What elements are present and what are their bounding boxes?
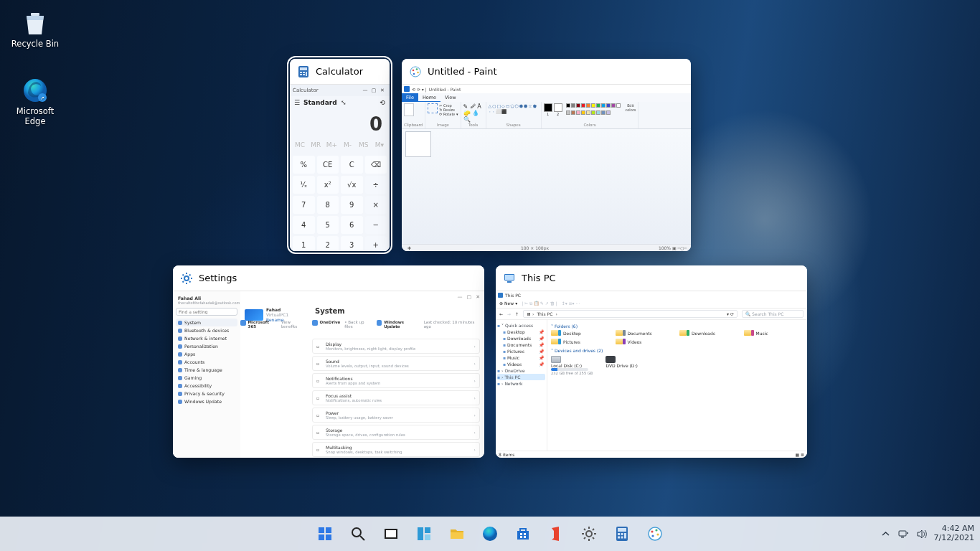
- taskbar-widgets[interactable]: [410, 519, 438, 548]
- tray-volume-icon[interactable]: [916, 529, 927, 540]
- explorer-nav-item[interactable]: ▪Pictures📌: [497, 348, 545, 354]
- nav-fwd-icon[interactable]: →: [507, 311, 511, 316]
- svg-point-14: [417, 71, 419, 73]
- settings-nav-item[interactable]: Apps: [176, 350, 237, 358]
- settings-row[interactable]: ▫SoundVolume levels, output, input, soun…: [312, 356, 480, 371]
- settings-row[interactable]: ▫Focus assistNotifications, automatic ru…: [312, 390, 480, 405]
- desktop-icon-recycle-bin[interactable]: Recycle Bin: [9, 9, 62, 49]
- tray-clock[interactable]: 4:42 AM 7/12/2021: [934, 524, 974, 542]
- task-thumb-calculator[interactable]: Calculator Calculator —▢✕ ☰ Standard ⤡ ⟲…: [290, 59, 390, 251]
- calc-mem-M▾[interactable]: M▾: [372, 138, 387, 152]
- calc-key[interactable]: ×: [365, 196, 387, 214]
- taskbar-search[interactable]: [344, 519, 372, 548]
- calc-key[interactable]: 6: [341, 216, 363, 234]
- calc-key[interactable]: %: [293, 156, 315, 174]
- calc-key[interactable]: ÷: [365, 176, 387, 194]
- calc-key[interactable]: ⌫: [365, 156, 387, 174]
- calc-key[interactable]: 4: [293, 216, 315, 234]
- explorer-folder[interactable]: Downloads: [679, 330, 740, 336]
- explorer-folder[interactable]: Pictures: [551, 339, 611, 344]
- desktop-icon-label: Microsoft Edge: [17, 106, 54, 126]
- calc-key[interactable]: 5: [317, 216, 339, 234]
- drive-c[interactable]: Local Disk (C:) 232 GB free of 255 GB: [551, 356, 593, 375]
- desktop-icon-edge[interactable]: ↗ Microsoft Edge: [9, 76, 62, 126]
- explorer-folder[interactable]: Videos: [616, 339, 676, 344]
- explorer-nav-item[interactable]: ▪Videos📌: [497, 361, 545, 367]
- svg-line-22: [189, 281, 191, 283]
- explorer-folder[interactable]: Desktop: [551, 330, 611, 336]
- settings-row[interactable]: ▫PowerSleep, battery usage, battery save…: [312, 408, 480, 423]
- paint-tab-file[interactable]: File: [402, 93, 418, 102]
- settings-tile[interactable]: Microsoft 365View benefits: [240, 320, 306, 329]
- calc-key[interactable]: ¹⁄ₓ: [293, 176, 315, 194]
- settings-row[interactable]: ▫StorageStorage space, drives, configura…: [312, 425, 480, 440]
- calc-mem-M+[interactable]: M+: [324, 138, 339, 152]
- explorer-nav-item[interactable]: ▪› This PC: [497, 374, 545, 380]
- address-bar[interactable]: 🖥 › This PC ›▾ ⟳: [523, 310, 738, 318]
- taskbar-office[interactable]: [542, 519, 570, 548]
- explorer-new-button[interactable]: ⊕ New ▾: [499, 301, 517, 306]
- calc-mem-MS[interactable]: MS: [357, 138, 371, 152]
- taskbar-store[interactable]: [509, 519, 537, 548]
- explorer-nav-item[interactable]: ▪› OneDrive: [497, 367, 545, 374]
- explorer-nav-item[interactable]: ▪› Network: [497, 380, 545, 387]
- settings-nav-item[interactable]: Time & language: [176, 366, 237, 374]
- taskbar-start[interactable]: [311, 519, 339, 548]
- nav-back-icon[interactable]: ←: [499, 311, 503, 316]
- taskbar-calculator[interactable]: [608, 519, 636, 548]
- task-thumb-thispc[interactable]: This PC This PC ⊕ New ▾ | ✂ ⧉ 📋 ✎ ↗ 🗑 | …: [496, 265, 807, 458]
- settings-nav-item[interactable]: Network & internet: [176, 334, 237, 342]
- calc-mem-M-[interactable]: M-: [340, 138, 354, 152]
- settings-nav-item[interactable]: Accessibility: [176, 382, 237, 390]
- nav-up-icon[interactable]: ↑: [515, 311, 519, 316]
- taskbar-paint[interactable]: [641, 519, 669, 548]
- explorer-folder[interactable]: Documents: [616, 330, 676, 336]
- paint-tab-view[interactable]: View: [440, 93, 460, 102]
- settings-nav-item[interactable]: Windows Update: [176, 397, 237, 405]
- settings-row[interactable]: ▫DisplayMonitors, brightness, night ligh…: [312, 339, 480, 354]
- settings-nav-item[interactable]: Accounts: [176, 358, 237, 366]
- settings-tile[interactable]: OneDrive• Back up files: [312, 320, 371, 329]
- explorer-nav-item[interactable]: ▪˅ Quick access: [497, 322, 545, 329]
- calc-key[interactable]: 3: [341, 236, 363, 251]
- settings-row[interactable]: ▫NotificationsAlerts from apps and syste…: [312, 373, 480, 388]
- tray-network-icon[interactable]: [898, 529, 909, 540]
- taskbar-explorer[interactable]: [443, 519, 471, 548]
- calc-key[interactable]: 2: [317, 236, 339, 251]
- settings-nav-item[interactable]: Gaming: [176, 374, 237, 382]
- drive-dvd[interactable]: DVD Drive (D:): [606, 356, 637, 375]
- settings-nav-item[interactable]: Privacy & security: [176, 390, 237, 397]
- svg-rect-40: [520, 533, 522, 535]
- calc-key[interactable]: √x: [341, 176, 363, 194]
- calc-key[interactable]: +: [365, 236, 387, 251]
- taskbar-settings[interactable]: [575, 519, 603, 548]
- calc-key[interactable]: x²: [317, 176, 339, 194]
- explorer-folder[interactable]: Music: [744, 330, 804, 336]
- task-thumb-paint[interactable]: Untitled - Paint ⟲ ⟳ ▾ | Untitled - Pain…: [402, 59, 691, 251]
- tray-chevron-icon[interactable]: [880, 529, 891, 540]
- explorer-nav-item[interactable]: ▪Documents📌: [497, 342, 545, 348]
- calc-key[interactable]: CE: [317, 156, 339, 174]
- calc-key[interactable]: 8: [317, 196, 339, 214]
- calc-key[interactable]: −: [365, 216, 387, 234]
- calc-key[interactable]: 7: [293, 196, 315, 214]
- settings-nav-item[interactable]: System: [176, 319, 237, 326]
- calc-mem-MR[interactable]: MR: [308, 138, 323, 152]
- calc-key[interactable]: 1: [293, 236, 315, 251]
- settings-search-input[interactable]: [176, 308, 237, 316]
- settings-nav-item[interactable]: Bluetooth & devices: [176, 326, 237, 334]
- settings-nav-item[interactable]: Personalization: [176, 342, 237, 350]
- explorer-search-input[interactable]: 🔍 Search This PC: [742, 310, 804, 318]
- explorer-nav-item[interactable]: ▪Desktop📌: [497, 329, 545, 335]
- settings-tile[interactable]: Windows UpdateLast checked: 10 minutes a…: [377, 320, 480, 329]
- settings-row[interactable]: ▫MultitaskingSnap windows, desktops, tas…: [312, 442, 480, 457]
- calc-mem-MC[interactable]: MC: [293, 138, 307, 152]
- paint-tab-home[interactable]: Home: [418, 93, 440, 102]
- task-thumb-settings[interactable]: Settings Fahad Alithecultofthefahadali@o…: [173, 265, 484, 458]
- taskbar-taskview[interactable]: [377, 519, 405, 548]
- taskbar-edge[interactable]: [476, 519, 504, 548]
- explorer-nav-item[interactable]: ▪Music📌: [497, 354, 545, 361]
- explorer-nav-item[interactable]: ▪Downloads📌: [497, 335, 545, 342]
- calc-key[interactable]: 9: [341, 196, 363, 214]
- calc-key[interactable]: C: [341, 156, 363, 174]
